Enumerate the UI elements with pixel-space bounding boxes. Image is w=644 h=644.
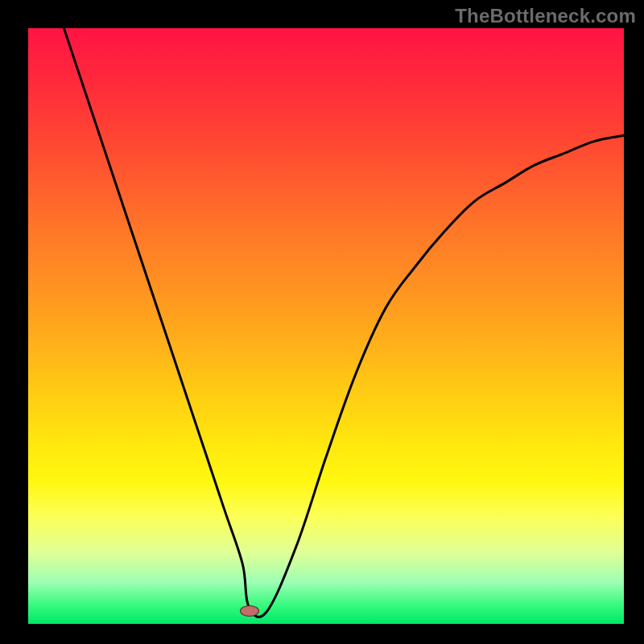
chart-frame: TheBottleneck.com	[0, 0, 644, 644]
plot-area	[28, 28, 624, 624]
bottleneck-curve	[28, 28, 624, 624]
watermark-text: TheBottleneck.com	[455, 5, 636, 27]
optimal-point-marker	[240, 605, 259, 617]
